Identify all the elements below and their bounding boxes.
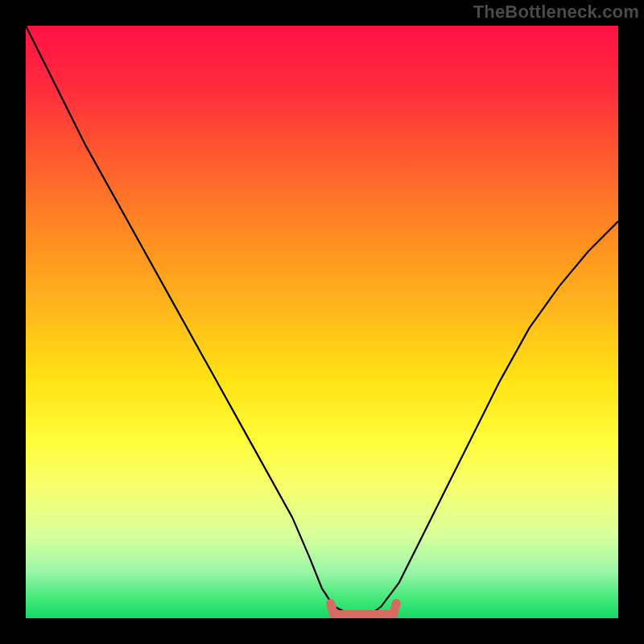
plot-area (26, 26, 618, 618)
chart-frame: TheBottleneck.com (0, 0, 644, 644)
watermark-text: TheBottleneck.com (473, 2, 639, 23)
bottleneck-curve (26, 26, 618, 618)
